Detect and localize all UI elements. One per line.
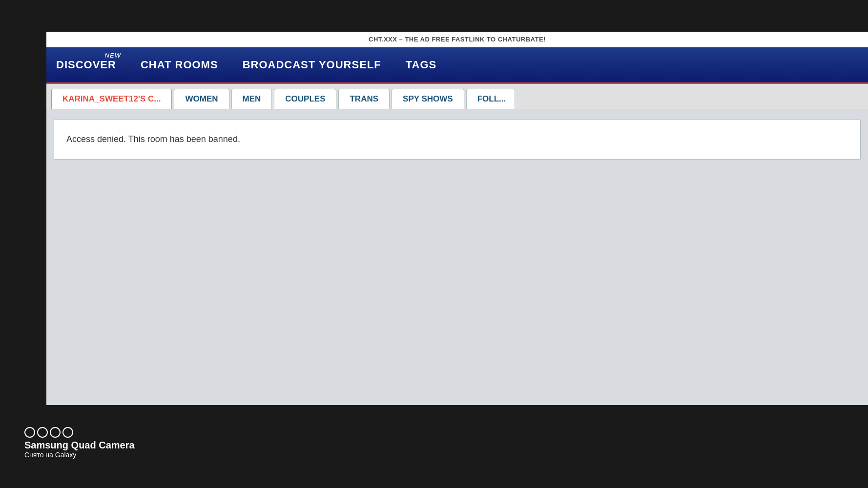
tab-karina-label: Karina_Sweet12's C... [62, 94, 161, 103]
nav-item-broadcast[interactable]: BROADCAST YOURSELF [243, 59, 381, 71]
nav-discover-label: DISCOVER [56, 59, 116, 71]
nav-item-tags[interactable]: TAGS [406, 59, 436, 71]
camera-icon-1 [24, 427, 35, 438]
nav-broadcast-label: BROADCAST YOURSELF [243, 59, 381, 71]
camera-icon-2 [37, 427, 48, 438]
tabs-row: Karina_Sweet12's C... WOMEN MEN COUPLES … [46, 84, 868, 109]
tab-women[interactable]: WOMEN [174, 89, 229, 109]
tab-spy-shows-label: SPY SHOWS [403, 94, 453, 103]
camera-icon-4 [62, 427, 73, 438]
tab-trans-label: TRANS [350, 94, 378, 103]
tab-following[interactable]: FOLL... [466, 89, 515, 109]
access-denied-message: Access denied. This room has been banned… [66, 134, 240, 144]
camera-name: Samsung Quad Camera [24, 440, 135, 451]
tab-women-label: WOMEN [185, 94, 218, 103]
top-banner: CHT.XXX – THE AD FREE FASTLINK TO CHATUR… [46, 32, 868, 47]
banner-text: CHT.XXX – THE AD FREE FASTLINK TO CHATUR… [369, 36, 546, 43]
nav-chatrooms-label: CHAT ROOMS [141, 59, 218, 71]
new-badge: new [105, 52, 121, 59]
camera-icons [24, 427, 135, 438]
tab-couples[interactable]: COUPLES [274, 89, 336, 109]
tab-couples-label: COUPLES [285, 94, 325, 103]
browser-area: CHT.XXX – THE AD FREE FASTLINK TO CHATUR… [46, 32, 868, 405]
tab-trans[interactable]: TRANS [338, 89, 390, 109]
tab-karina[interactable]: Karina_Sweet12's C... [51, 89, 172, 109]
nav-bar: new DISCOVER CHAT ROOMS BROADCAST YOURSE… [46, 47, 868, 84]
tab-men[interactable]: MEN [231, 89, 272, 109]
nav-item-discover[interactable]: new DISCOVER [56, 59, 116, 71]
tab-men-label: MEN [243, 94, 261, 103]
access-denied-box: Access denied. This room has been banned… [54, 119, 861, 160]
tab-following-label: FOLL... [477, 94, 506, 103]
camera-watermark: Samsung Quad Camera Снято на Galaxy [24, 427, 135, 459]
content-area: Access denied. This room has been banned… [46, 109, 868, 405]
camera-icon-3 [50, 427, 61, 438]
nav-tags-label: TAGS [406, 59, 436, 71]
camera-sub: Снято на Galaxy [24, 451, 135, 459]
tab-spy-shows[interactable]: SPY SHOWS [392, 89, 464, 109]
nav-item-chat-rooms[interactable]: CHAT ROOMS [141, 59, 218, 71]
